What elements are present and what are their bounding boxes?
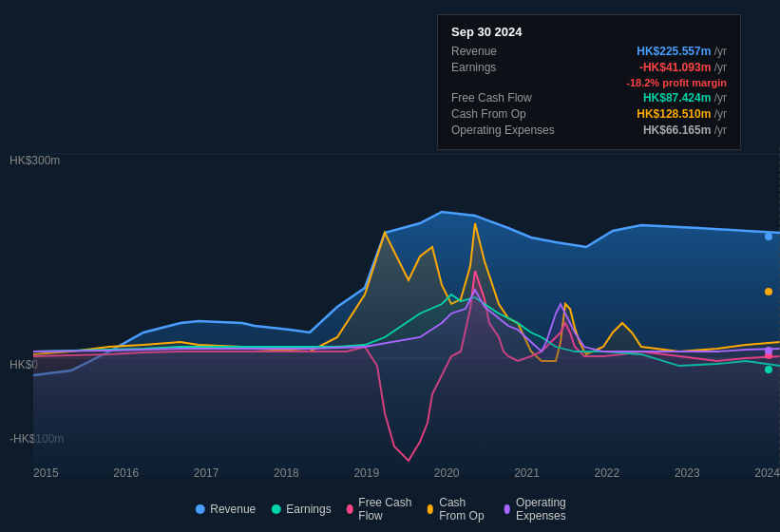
- legend-dot-cashfromop: [428, 504, 434, 514]
- tooltip-value-cashfromop: HK$128.510m /yr: [637, 107, 727, 121]
- chart-container: Sep 30 2024 Revenue HK$225.557m /yr Earn…: [0, 0, 780, 532]
- tooltip-value-opex: HK$66.165m /yr: [643, 124, 727, 137]
- tooltip-row-margin: -18.2% profit margin: [451, 77, 727, 88]
- right-dot-revenue: [765, 233, 772, 240]
- tooltip-value-margin: -18.2% profit margin: [626, 77, 727, 88]
- legend-item-cashfromop[interactable]: Cash From Op: [428, 496, 489, 522]
- x-label-2015: 2015: [33, 466, 59, 480]
- x-label-2017: 2017: [194, 466, 219, 480]
- tooltip-row-opex: Operating Expenses HK$66.165m /yr: [451, 124, 727, 137]
- x-label-2024: 2024: [754, 466, 780, 480]
- x-label-2020: 2020: [434, 466, 460, 480]
- x-label-2016: 2016: [113, 466, 139, 480]
- x-label-2022: 2022: [595, 466, 620, 480]
- chart-svg: [33, 147, 780, 475]
- legend-item-earnings[interactable]: Earnings: [271, 496, 331, 522]
- legend-item-revenue[interactable]: Revenue: [195, 496, 256, 522]
- tooltip-row-fcf: Free Cash Flow HK$87.424m /yr: [451, 91, 727, 104]
- legend-item-opex[interactable]: Operating Expenses: [504, 496, 584, 522]
- legend: Revenue Earnings Free Cash Flow Cash Fro…: [195, 496, 585, 522]
- tooltip-label-fcf: Free Cash Flow: [451, 91, 532, 104]
- legend-dot-opex: [504, 504, 510, 514]
- legend-label-fcf: Free Cash Flow: [358, 496, 411, 522]
- legend-dot-earnings: [271, 504, 280, 514]
- tooltip-row-cashfromop: Cash From Op HK$128.510m /yr: [451, 107, 727, 121]
- tooltip-value-fcf: HK$87.424m /yr: [643, 91, 727, 104]
- right-dot-opex: [765, 347, 772, 354]
- tooltip-row-revenue: Revenue HK$225.557m /yr: [451, 45, 727, 58]
- right-dot-earnings: [765, 366, 772, 373]
- legend-item-fcf[interactable]: Free Cash Flow: [347, 496, 412, 522]
- right-dot-cashfromop: [765, 288, 772, 295]
- legend-dot-revenue: [195, 504, 204, 514]
- tooltip-box: Sep 30 2024 Revenue HK$225.557m /yr Earn…: [437, 14, 741, 150]
- tooltip-value-earnings: -HK$41.093m /yr: [639, 61, 727, 74]
- legend-dot-fcf: [347, 504, 353, 514]
- x-label-2021: 2021: [514, 466, 540, 480]
- x-axis: 2015 2016 2017 2018 2019 2020 2021 2022 …: [33, 466, 780, 480]
- tooltip-label-cashfromop: Cash From Op: [451, 107, 526, 121]
- tooltip-label-opex: Operating Expenses: [451, 124, 555, 137]
- tooltip-row-earnings: Earnings -HK$41.093m /yr: [451, 61, 727, 74]
- x-label-2019: 2019: [353, 466, 379, 480]
- legend-label-earnings: Earnings: [286, 503, 331, 516]
- tooltip-label-earnings: Earnings: [451, 61, 496, 74]
- tooltip-date: Sep 30 2024: [451, 25, 727, 39]
- legend-label-revenue: Revenue: [210, 503, 256, 516]
- legend-label-cashfromop: Cash From Op: [439, 496, 488, 522]
- x-label-2023: 2023: [675, 466, 700, 480]
- legend-label-opex: Operating Expenses: [516, 496, 585, 522]
- x-label-2018: 2018: [274, 466, 299, 480]
- tooltip-label-revenue: Revenue: [451, 45, 497, 58]
- tooltip-value-revenue: HK$225.557m /yr: [637, 45, 727, 58]
